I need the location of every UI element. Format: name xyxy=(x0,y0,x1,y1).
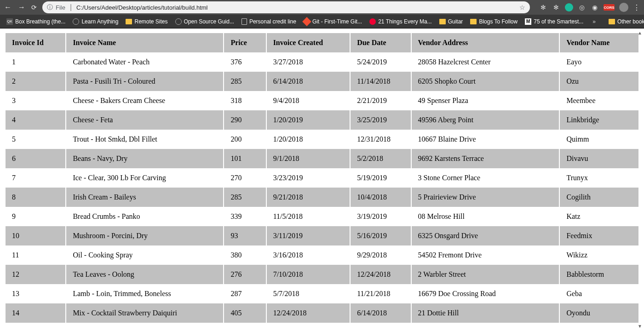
page-icon xyxy=(242,18,247,25)
folder-icon xyxy=(609,19,615,24)
table-cell: 318 xyxy=(224,91,265,110)
table-cell: Mushroom - Porcini, Dry xyxy=(66,226,223,245)
table-header-cell[interactable]: Invoice Name xyxy=(66,33,223,52)
table-cell: 276 xyxy=(224,265,265,284)
table-cell: 16679 Doe Crossing Road xyxy=(412,284,559,303)
table-cell: 08 Melrose Hill xyxy=(412,207,559,226)
scroll-arrow-up-icon[interactable]: ▲ xyxy=(637,29,643,36)
table-cell: 9 xyxy=(6,207,65,226)
table-cell: Linkbridge xyxy=(560,110,638,130)
table-cell: 6 xyxy=(6,149,65,168)
table-cell: 5/16/2019 xyxy=(351,226,410,245)
table-cell: 380 xyxy=(224,245,265,265)
bookmark-item[interactable]: Open Source Guid... xyxy=(172,17,237,27)
circle-icon xyxy=(73,18,79,25)
forward-button[interactable]: → xyxy=(17,3,26,11)
extension-teal-icon[interactable] xyxy=(565,3,573,11)
table-cell: 5/7/2018 xyxy=(267,284,350,303)
table-cell: 9692 Karstens Terrace xyxy=(412,149,559,168)
bookmark-item[interactable]: QKBox Breathing (the... xyxy=(4,17,68,27)
table-cell: Lamb - Loin, Trimmed, Boneless xyxy=(66,284,223,303)
folder-icon xyxy=(126,19,132,24)
bookmark-label: Blogs To Follow xyxy=(479,18,518,25)
table-body: 1Carbonated Water - Peach3763/27/20185/2… xyxy=(6,52,638,323)
bookmark-star-icon[interactable]: ☆ xyxy=(519,4,525,11)
table-cell: Divavu xyxy=(560,149,638,168)
table-cell: 6205 Shopko Court xyxy=(412,72,559,91)
url-bar[interactable]: ⓘ File | C:/Users/Adeel/Desktop/articles… xyxy=(42,1,530,13)
extension-camera-icon[interactable]: ◉ xyxy=(591,3,599,11)
table-cell: Oyondu xyxy=(560,303,638,323)
bookmark-overflow-icon[interactable]: » xyxy=(590,18,598,25)
table-cell: Ozu xyxy=(560,72,638,91)
table-cell: Cogilith xyxy=(560,188,638,207)
table-cell: 5/2/2018 xyxy=(351,149,410,168)
bookmark-item[interactable]: Git - First-Time Git... xyxy=(301,17,365,27)
bookmark-item[interactable]: M75 of the Smartest... xyxy=(522,17,586,27)
reload-button[interactable]: ⟳ xyxy=(31,4,37,11)
bookmark-label: 75 of the Smartest... xyxy=(534,18,583,25)
table-row: 2Pasta - Fusili Tri - Coloured2856/14/20… xyxy=(6,72,638,91)
table-cell: 287 xyxy=(224,284,265,303)
other-bookmarks[interactable]: Other bookmarks xyxy=(606,17,644,27)
table-cell: 10 xyxy=(6,226,65,245)
table-cell: 11/21/2018 xyxy=(351,284,410,303)
table-header-cell[interactable]: Vendor Address xyxy=(412,33,559,52)
table-row: 10Mushroom - Porcini, Dry933/11/20195/16… xyxy=(6,226,638,245)
extension-gear-icon-2[interactable]: ✻ xyxy=(552,3,560,11)
table-cell: 6325 Onsgard Drive xyxy=(412,226,559,245)
table-cell: 54502 Fremont Drive xyxy=(412,245,559,265)
table-cell: Meembee xyxy=(560,91,638,110)
table-cell: Trout - Hot Smkd, Dbl Fillet xyxy=(66,130,223,149)
table-cell: Bread Crumbs - Panko xyxy=(66,207,223,226)
table-cell: 2 xyxy=(6,72,65,91)
table-header-cell[interactable]: Due Date xyxy=(351,33,410,52)
bookmark-item[interactable]: Learn Anything xyxy=(70,17,121,27)
table-cell: 3/25/2019 xyxy=(351,110,410,130)
table-cell: 9/1/2018 xyxy=(267,149,350,168)
bookmark-item[interactable]: Guitar xyxy=(437,17,466,27)
m-icon: M xyxy=(525,18,531,25)
table-cell: 1/20/2018 xyxy=(267,130,350,149)
table-row: 4Cheese - Feta2901/20/20193/25/201949596… xyxy=(6,110,638,130)
table-cell: 2/21/2019 xyxy=(351,91,410,110)
table-cell: Geba xyxy=(560,284,638,303)
table-cell: 9/4/2018 xyxy=(267,91,350,110)
other-bookmarks-label: Other bookmarks xyxy=(617,18,644,25)
bookmark-label: 21 Things Every Ma... xyxy=(378,18,432,25)
table-cell: 13 xyxy=(6,284,65,303)
table-header-cell[interactable]: Price xyxy=(224,33,265,52)
table-cell: 3/19/2019 xyxy=(351,207,410,226)
table-cell: Feedmix xyxy=(560,226,638,245)
table-cell: 11/5/2018 xyxy=(267,207,350,226)
table-cell: 4 xyxy=(6,110,65,130)
table-cell: 7/10/2018 xyxy=(267,265,350,284)
bookmark-item[interactable]: Personal credit line xyxy=(239,17,299,27)
table-header-cell[interactable]: Invoice Id xyxy=(6,33,65,52)
table-cell: 2 Warbler Street xyxy=(412,265,559,284)
bookmark-item[interactable]: 21 Things Every Ma... xyxy=(367,17,435,27)
scroll-arrow-down-icon[interactable]: ▼ xyxy=(637,323,643,329)
table-cell: 6/14/2018 xyxy=(351,303,410,323)
back-button[interactable]: ← xyxy=(4,3,12,11)
profile-avatar[interactable] xyxy=(619,3,628,12)
extension-gear-icon-1[interactable]: ✻ xyxy=(539,3,547,11)
invoice-table: Invoice IdInvoice NamePriceInvoice Creat… xyxy=(5,33,639,323)
table-cell: Irish Cream - Baileys xyxy=(66,188,223,207)
table-cell: 3 Stone Corner Place xyxy=(412,168,559,188)
table-cell: Mix - Cocktail Strawberry Daiquiri xyxy=(66,303,223,323)
table-cell: 1 xyxy=(6,52,65,72)
folder-icon xyxy=(439,19,446,24)
table-cell: 5/24/2019 xyxy=(351,52,410,72)
table-row: 13Lamb - Loin, Trimmed, Boneless2875/7/2… xyxy=(6,284,638,303)
site-info-icon[interactable]: ⓘ xyxy=(47,3,53,11)
bookmark-item[interactable]: Blogs To Follow xyxy=(467,17,520,27)
table-cell: 3 xyxy=(6,91,65,110)
table-header-cell[interactable]: Vendor Name xyxy=(560,33,638,52)
extension-cors-icon[interactable]: CORS xyxy=(604,4,615,11)
bookmark-item[interactable]: Remote Sites xyxy=(123,17,170,27)
table-header-cell[interactable]: Invoice Created xyxy=(267,33,350,52)
git-icon xyxy=(302,17,311,26)
extension-target-icon[interactable]: ◎ xyxy=(578,3,586,11)
more-menu-icon[interactable]: ⋮ xyxy=(633,3,640,12)
